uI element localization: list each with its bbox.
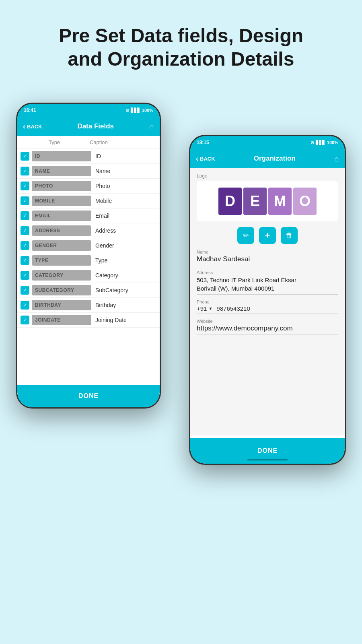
table-row: ✓ ID ID bbox=[17, 149, 160, 164]
nav-bar-right: ‹ BACK Organization ⌂ bbox=[190, 149, 345, 168]
field-caption-label: Photo bbox=[91, 183, 156, 189]
status-time-left: 16:41 bbox=[24, 107, 36, 113]
demo-letter: E bbox=[243, 188, 267, 215]
back-label-left: BACK bbox=[27, 124, 42, 130]
table-row: ✓ JOINDATE Joining Date bbox=[17, 313, 160, 328]
field-caption-label: ID bbox=[91, 153, 156, 159]
field-type-label: JOINDATE bbox=[32, 315, 91, 325]
field-type-label: TYPE bbox=[32, 255, 91, 266]
field-caption-label: SubCategory bbox=[91, 287, 156, 293]
field-type-label: GENDER bbox=[32, 240, 91, 251]
checkbox-icon[interactable]: ✓ bbox=[21, 211, 29, 220]
org-website-field: Website https://www.democompany.com bbox=[197, 319, 338, 334]
done-button-right[interactable]: DONE bbox=[190, 438, 345, 464]
data-fields-list: ✓ ID ID ✓ NAME Name ✓ PHOTO Photo ✓ MOBI… bbox=[17, 149, 160, 396]
field-type-label: PHOTO bbox=[32, 181, 91, 191]
logo-box: DEMO bbox=[197, 181, 338, 221]
chevron-left-icon-right: ‹ bbox=[196, 155, 198, 163]
wifi-icon-left: ⊙ bbox=[125, 108, 129, 113]
field-caption-label: Gender bbox=[91, 242, 156, 249]
field-caption-label: Name bbox=[91, 168, 156, 174]
field-type-label: BIRTHDAY bbox=[32, 300, 91, 310]
status-time-right: 18:15 bbox=[197, 140, 209, 145]
field-caption-label: Category bbox=[91, 272, 156, 279]
field-caption-label: Mobile bbox=[91, 198, 156, 204]
checkbox-icon[interactable]: ✓ bbox=[21, 271, 29, 280]
field-caption-label: Type bbox=[91, 257, 156, 264]
field-type-label: EMAIL bbox=[32, 211, 91, 221]
status-bar-left: 16:41 ⊙ ▋▋▋ 100% bbox=[17, 104, 160, 117]
table-row: ✓ EMAIL Email bbox=[17, 208, 160, 223]
checkbox-icon[interactable]: ✓ bbox=[21, 226, 29, 235]
name-label: Name bbox=[197, 250, 338, 254]
edit-logo-button[interactable]: ✏ bbox=[237, 227, 254, 244]
checkbox-icon[interactable]: ✓ bbox=[21, 167, 29, 175]
address-value: 503, Techno IT Park Link Road EksarBoriv… bbox=[197, 276, 338, 295]
field-type-label: SUBCATEGORY bbox=[32, 285, 91, 295]
checkbox-icon[interactable]: ✓ bbox=[21, 286, 29, 295]
checkbox-icon[interactable]: ✓ bbox=[21, 182, 29, 190]
phone-right: 18:15 ⊙ ▋▋▋ 100% ‹ BACK Organization ⌂ bbox=[189, 135, 346, 465]
phones-container: 16:41 ⊙ ▋▋▋ 100% ‹ BACK Data Fields ⌂ Ty… bbox=[0, 87, 362, 610]
address-label: Address bbox=[197, 270, 338, 275]
org-name-field: Name Madhav Sardesai bbox=[197, 250, 338, 265]
checkbox-icon[interactable]: ✓ bbox=[21, 196, 29, 205]
checkbox-icon[interactable]: ✓ bbox=[21, 316, 29, 324]
field-caption-label: Joining Date bbox=[91, 317, 156, 323]
home-icon-right[interactable]: ⌂ bbox=[334, 154, 339, 163]
phone-prefix: +91 ▼ bbox=[197, 305, 212, 312]
back-button-left[interactable]: ‹ BACK bbox=[23, 122, 42, 131]
status-bar-right: 18:15 ⊙ ▋▋▋ 100% bbox=[190, 136, 345, 149]
signal-icon-right: ▋▋▋ bbox=[316, 140, 325, 145]
logo-label: Logo bbox=[197, 173, 338, 179]
demo-letter: D bbox=[218, 188, 242, 215]
field-type-label: ID bbox=[32, 151, 91, 161]
table-row: ✓ GENDER Gender bbox=[17, 238, 160, 253]
battery-icon-left: 100% bbox=[142, 108, 153, 113]
table-row: ✓ CATEGORY Category bbox=[17, 268, 160, 283]
wifi-icon-right: ⊙ bbox=[311, 140, 314, 145]
field-type-label: MOBILE bbox=[32, 196, 91, 206]
col-caption-header: Caption bbox=[86, 139, 155, 145]
website-label: Website bbox=[197, 319, 338, 324]
nav-bar-left: ‹ BACK Data Fields ⌂ bbox=[17, 117, 160, 136]
back-button-right[interactable]: ‹ BACK bbox=[196, 155, 215, 163]
checkbox-icon[interactable]: ✓ bbox=[21, 152, 29, 161]
website-value: https://www.democompany.com bbox=[197, 324, 338, 334]
nav-title-left: Data Fields bbox=[77, 122, 114, 130]
home-icon-left[interactable]: ⌂ bbox=[149, 122, 154, 131]
battery-icon-right: 100% bbox=[327, 140, 338, 145]
checkbox-icon[interactable]: ✓ bbox=[21, 241, 29, 250]
field-type-label: CATEGORY bbox=[32, 270, 91, 281]
nav-title-right: Organization bbox=[254, 155, 296, 163]
checkbox-icon[interactable]: ✓ bbox=[21, 301, 29, 310]
table-row: ✓ MOBILE Mobile bbox=[17, 194, 160, 208]
col-type-header: Type bbox=[22, 139, 86, 145]
chevron-left-icon-left: ‹ bbox=[23, 122, 25, 131]
phone-label: Phone bbox=[197, 299, 338, 304]
field-caption-label: Birthday bbox=[91, 302, 156, 308]
table-row: ✓ SUBCATEGORY SubCategory bbox=[17, 283, 160, 298]
dropdown-arrow-icon[interactable]: ▼ bbox=[208, 306, 212, 311]
table-row: ✓ ADDRESS Address bbox=[17, 223, 160, 238]
org-content: Logo DEMO ✏ + 🗑 Name Madhav Sardesai bbox=[190, 168, 345, 436]
field-type-label: NAME bbox=[32, 166, 91, 176]
page-title: Pre Set Data fields, Design and Organiza… bbox=[0, 0, 362, 87]
delete-logo-button[interactable]: 🗑 bbox=[281, 227, 298, 244]
done-button-left[interactable]: DONE bbox=[17, 385, 160, 407]
add-logo-button[interactable]: + bbox=[259, 227, 276, 244]
table-row: ✓ NAME Name bbox=[17, 164, 160, 179]
home-indicator-right bbox=[247, 459, 288, 460]
field-type-label: ADDRESS bbox=[32, 225, 91, 236]
table-row: ✓ BIRTHDAY Birthday bbox=[17, 298, 160, 313]
phone-field-row: +91 ▼ 9876543210 bbox=[197, 305, 338, 314]
field-caption-label: Email bbox=[91, 213, 156, 219]
org-address-field: Address 503, Techno IT Park Link Road Ek… bbox=[197, 270, 338, 295]
checkbox-icon[interactable]: ✓ bbox=[21, 256, 29, 265]
phone-left: 16:41 ⊙ ▋▋▋ 100% ‹ BACK Data Fields ⌂ Ty… bbox=[16, 103, 161, 409]
column-headers: Type Caption bbox=[17, 136, 160, 149]
demo-logo: DEMO bbox=[218, 188, 317, 215]
table-row: ✓ PHOTO Photo bbox=[17, 179, 160, 194]
demo-letter: M bbox=[268, 188, 292, 215]
logo-actions: ✏ + 🗑 bbox=[197, 227, 338, 244]
